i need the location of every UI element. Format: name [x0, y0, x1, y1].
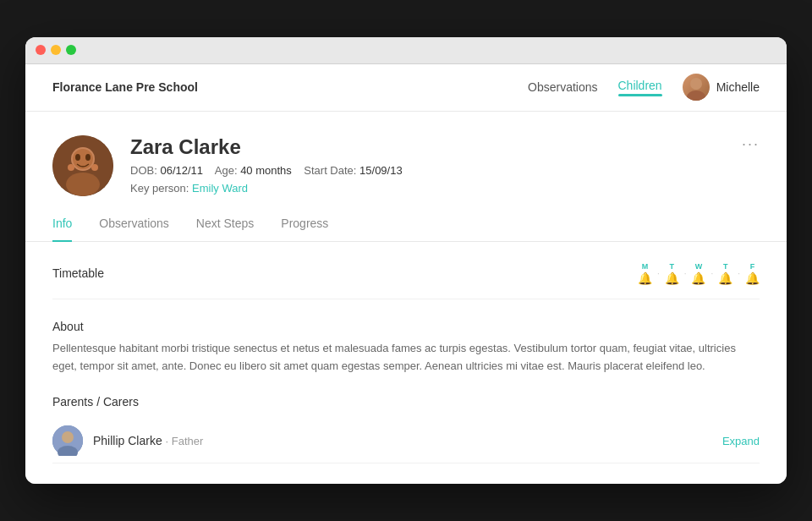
timetable-label: Timetable — [52, 266, 104, 280]
top-nav: Florance Lane Pre School Observations Ch… — [25, 64, 787, 112]
parent-avatar — [52, 425, 83, 456]
day-icon-f: F 🔔 — [745, 262, 760, 285]
svg-point-9 — [91, 164, 98, 171]
bell-icon-w: 🔔 — [691, 271, 705, 285]
nav-children-container: Children — [618, 79, 662, 96]
school-name: Florance Lane Pre School — [52, 80, 198, 94]
bell-icon-t2: 🔔 — [718, 271, 732, 285]
parent-role: · Father — [166, 435, 204, 447]
start-label: Start Date: — [304, 164, 356, 177]
bell-icon-m: 🔔 — [638, 271, 652, 285]
child-name: Zara Clarke — [130, 135, 760, 159]
day-icon-t2: T 🔔 — [718, 262, 732, 285]
svg-point-1 — [687, 90, 705, 101]
nav-right: Observations Children Michelle — [528, 74, 760, 101]
more-options-button[interactable]: ··· — [742, 135, 760, 153]
svg-point-8 — [68, 164, 74, 171]
tabs-section: Info Observations Next Steps Progress — [25, 217, 787, 242]
parents-label: Parents / Carers — [52, 395, 760, 409]
about-label: About — [52, 320, 760, 333]
nav-active-underline — [618, 94, 662, 96]
bell-icon-f: 🔔 — [745, 271, 760, 285]
about-text: Pellentesque habitant morbi tristique se… — [52, 340, 760, 376]
svg-point-4 — [66, 173, 100, 196]
about-section: About Pellentesque habitant morbi tristi… — [52, 320, 760, 376]
svg-point-11 — [62, 431, 74, 443]
bell-icon-t1: 🔔 — [665, 271, 679, 285]
nav-children[interactable]: Children — [618, 79, 662, 92]
user-avatar-img — [683, 74, 710, 101]
user-name: Michelle — [716, 80, 760, 94]
dob-value: 06/12/11 — [160, 164, 203, 177]
parent-name: Phillip Clarke · Father — [93, 434, 203, 447]
titlebar — [25, 37, 787, 64]
nav-observations[interactable]: Observations — [528, 80, 597, 94]
user-avatar-wrap[interactable]: Michelle — [683, 74, 760, 101]
table-row: Phillip Clarke · Father Expand — [52, 419, 760, 463]
parents-section: Parents / Carers Phillip Clar — [52, 395, 760, 463]
dob-label: DOB: — [130, 164, 157, 177]
timetable-row: Timetable M 🔔 · T 🔔 · — [52, 262, 760, 299]
tab-progress[interactable]: Progress — [281, 217, 328, 242]
app-content: Florance Lane Pre School Observations Ch… — [25, 64, 787, 485]
key-person-link[interactable]: Emily Ward — [192, 182, 248, 195]
traffic-lights — [36, 45, 76, 55]
user-avatar — [683, 74, 710, 101]
expand-button[interactable]: Expand — [722, 435, 760, 447]
svg-point-0 — [690, 78, 702, 90]
close-dot[interactable] — [36, 45, 46, 55]
key-person-label: Key person: — [130, 182, 189, 195]
child-avatar — [52, 135, 113, 196]
parent-left: Phillip Clarke · Father — [52, 425, 203, 456]
start-value: 15/09/13 — [359, 164, 403, 177]
age-value: 40 months — [240, 164, 292, 177]
timetable-icons: M 🔔 · T 🔔 · W 🔔 · — [638, 262, 760, 285]
day-icon-t1: T 🔔 — [665, 262, 679, 285]
tab-info[interactable]: Info — [52, 217, 72, 242]
main-content: Timetable M 🔔 · T 🔔 · — [25, 242, 787, 485]
tab-next-steps[interactable]: Next Steps — [196, 217, 254, 242]
parent-info: Phillip Clarke · Father — [93, 433, 203, 448]
age-label: Age: — [215, 164, 238, 177]
profile-info: Zara Clarke DOB: 06/12/11 Age: 40 months… — [130, 135, 760, 195]
svg-point-7 — [85, 154, 91, 161]
day-icon-w: W 🔔 — [691, 262, 705, 285]
child-meta: DOB: 06/12/11 Age: 40 months Start Date:… — [130, 164, 760, 177]
day-icon-m: M 🔔 — [638, 262, 652, 285]
key-person: Key person: Emily Ward — [130, 182, 760, 195]
svg-point-6 — [75, 154, 80, 161]
profile-section: Zara Clarke DOB: 06/12/11 Age: 40 months… — [25, 112, 787, 196]
tab-observations[interactable]: Observations — [99, 217, 168, 242]
app-window: Florance Lane Pre School Observations Ch… — [25, 37, 787, 485]
minimize-dot[interactable] — [51, 45, 61, 55]
maximize-dot[interactable] — [66, 45, 76, 55]
